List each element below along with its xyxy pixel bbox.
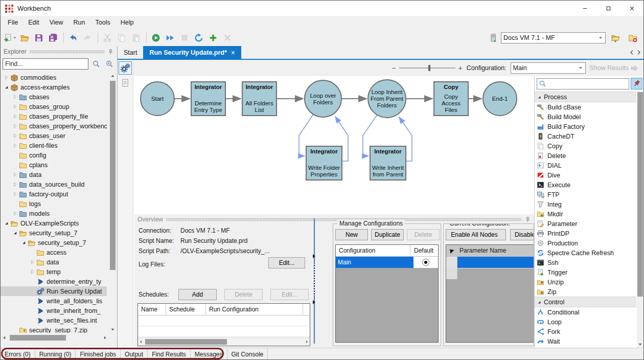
column-configuration[interactable]: Configuration [336, 245, 410, 256]
tree-expander-icon[interactable] [3, 84, 10, 90]
palette-item-wait[interactable]: Wait [535, 336, 636, 346]
palette-item-spectre-cache-refresh[interactable]: Spectre Cache Refresh [535, 248, 636, 258]
section-expander-icon[interactable] [537, 95, 542, 100]
palette-item-conditional[interactable]: Conditional [535, 307, 636, 317]
diagram-node-start[interactable]: Start [141, 82, 174, 116]
status-tab-find-results[interactable]: Find Results [148, 348, 191, 360]
scrollbar-thumb[interactable] [10, 335, 66, 341]
script-view-button[interactable] [119, 61, 132, 75]
tree-item-run-security-updat[interactable]: Run Security Updat [1, 286, 107, 296]
status-tab-errors-0[interactable]: Errors (0) [1, 348, 35, 360]
palette-item-build-factory[interactable]: Build Factory [535, 122, 636, 131]
tree-expander-icon[interactable] [11, 114, 19, 119]
tree-item-cbases-property-workbench[interactable]: cbases_property_workbench [1, 121, 107, 131]
save-all-button[interactable] [47, 31, 60, 44]
tree-expander-icon[interactable] [3, 75, 10, 80]
pin-icon[interactable] [524, 216, 531, 223]
save-button[interactable] [32, 31, 45, 44]
parameter-row[interactable] [446, 257, 534, 268]
open-project-button[interactable] [609, 31, 622, 44]
tree-expander-icon[interactable] [11, 143, 19, 148]
palette-item-production[interactable]: Production [535, 238, 636, 248]
palette-item-build-model[interactable]: Build Model [535, 112, 636, 122]
palette-item-fork[interactable]: Fork [535, 327, 636, 336]
menu-edit[interactable]: Edit [23, 17, 44, 28]
palette-item-zip[interactable]: Zip [535, 287, 636, 297]
chevron-down-icon[interactable] [13, 36, 17, 40]
tree-expander-icon[interactable] [29, 269, 36, 275]
palette-item-unzip[interactable]: Unzip [535, 277, 636, 287]
default-radio[interactable] [413, 257, 438, 268]
tree-expander-icon[interactable] [11, 133, 19, 139]
tree-item-cbases-user[interactable]: cbases_user [1, 131, 107, 141]
scrollbar-right-icon[interactable] [305, 340, 309, 344]
palette-pin-button[interactable] [631, 78, 642, 89]
zoom-out-label[interactable]: − [392, 64, 396, 72]
palette-item-ftp[interactable]: FTP [535, 190, 636, 199]
tree-expander-icon[interactable] [11, 230, 19, 236]
tree-expander-icon[interactable] [3, 220, 10, 226]
scrollbar-down-icon[interactable] [637, 342, 643, 347]
palette-section-process[interactable]: Process [535, 92, 636, 102]
schedules-table-hscrollbar[interactable] [138, 338, 310, 346]
tree-item-logs[interactable]: logs [1, 199, 107, 209]
tab-close-icon[interactable]: × [231, 49, 235, 57]
run-multiple-button[interactable] [164, 31, 177, 44]
status-tab-messages[interactable]: Messages [191, 348, 227, 360]
column-parameter-name[interactable]: Parameter Name [456, 245, 534, 256]
tab-scroll-right-icon[interactable] [636, 50, 641, 55]
tab-run-security-update-prd[interactable]: Run Security Update.prd*× [143, 46, 241, 59]
flow-diagram-canvas[interactable]: StartIntegratorDetermineEntry TypeIntegr… [137, 76, 534, 214]
close-project-button[interactable] [626, 31, 639, 44]
tree-item-access[interactable]: access [1, 248, 107, 257]
reload-button[interactable] [192, 31, 205, 44]
pin-icon[interactable] [107, 49, 114, 55]
new-configuration-button[interactable]: New [335, 229, 368, 240]
palette-item-dive[interactable]: Dive [535, 170, 636, 180]
tree-item-cplans[interactable]: cplans [1, 160, 107, 170]
tab-scroll-left-icon[interactable] [629, 50, 635, 55]
tree-expander-icon[interactable] [11, 182, 19, 187]
tree-expander-icon[interactable] [11, 104, 19, 109]
diagram-node-loop-over-folders[interactable]: Loop overFolders [305, 80, 341, 117]
tree-expander-icon[interactable] [11, 191, 19, 197]
menu-file[interactable]: File [3, 17, 23, 28]
tree-item-write-all-folders-lis[interactable]: write_all_folders_lis [1, 296, 107, 306]
palette-item-trigger[interactable]: Trigger [535, 267, 636, 277]
tree-item-cbases[interactable]: cbases [1, 92, 107, 102]
tree-expander-icon[interactable] [11, 172, 19, 177]
scrollbar-thumb[interactable] [145, 339, 227, 345]
find-input[interactable] [3, 58, 88, 70]
tree-expander-icon[interactable] [20, 240, 28, 245]
menu-run[interactable]: Run [68, 17, 90, 28]
tree-item-temp[interactable]: temp [1, 267, 107, 277]
status-tab-output[interactable]: Output [121, 348, 148, 360]
tree-item-config[interactable]: config [1, 150, 107, 160]
scrollbar-right-icon[interactable] [102, 335, 108, 341]
undo-button[interactable] [66, 31, 80, 44]
scrollbar-thumb[interactable] [637, 92, 643, 297]
palette-scrollbar[interactable] [637, 92, 643, 348]
section-expander-icon[interactable] [537, 300, 542, 305]
tree-item-write-sec-files-int[interactable]: write_sec_files.int [1, 316, 107, 325]
minimize-button[interactable] [573, 1, 596, 16]
table-row[interactable] [138, 326, 310, 337]
configuration-select[interactable]: Main [511, 62, 586, 74]
tree-expander-icon[interactable] [11, 211, 19, 216]
palette-item-parameter[interactable]: Parameter [535, 219, 636, 229]
tab-start[interactable]: Start [118, 46, 143, 59]
tree-item-cbases-property-file[interactable]: cbases_property_file [1, 111, 107, 121]
diagram-node-end-1[interactable]: End-1 [483, 82, 517, 116]
column-default[interactable]: Default [410, 245, 437, 256]
palette-item-dial[interactable]: DIAL [535, 161, 636, 170]
tree-item-models[interactable]: models [1, 209, 107, 218]
panel-splitter[interactable] [312, 218, 316, 344]
explorer-vertical-scrollbar[interactable] [109, 73, 117, 333]
palette-search-input[interactable] [546, 79, 627, 88]
tree-item-data[interactable]: data [1, 170, 107, 179]
tree-expander-icon[interactable] [11, 123, 19, 129]
tree-item-determine-entry-ty[interactable]: determine_entry_ty [1, 277, 107, 286]
scrollbar-up-icon[interactable] [110, 73, 116, 79]
tree-item-factory-output[interactable]: factory-output [1, 189, 107, 199]
palette-item-execute[interactable]: Execute [535, 180, 636, 190]
